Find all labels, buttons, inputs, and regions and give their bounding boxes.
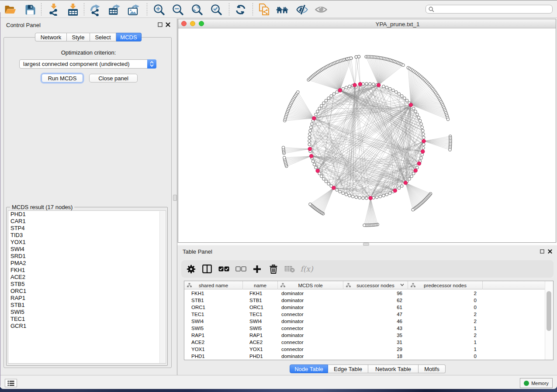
search-input[interactable] — [436, 6, 552, 13]
network-node[interactable] — [318, 107, 321, 110]
network-node[interactable] — [416, 166, 419, 169]
network-node[interactable] — [336, 189, 339, 192]
network-node[interactable] — [351, 195, 354, 198]
network-hub-node[interactable] — [309, 154, 313, 158]
network-canvas[interactable]: .chord{stroke:#8a8a8a;stroke-opacity:.46… — [178, 28, 556, 242]
column-header-successor-nodes[interactable]: successor nodes — [343, 281, 408, 289]
network-node[interactable] — [392, 89, 395, 92]
import-network-button[interactable] — [48, 3, 60, 16]
search-field[interactable] — [426, 5, 553, 14]
network-node[interactable] — [398, 187, 401, 190]
clone-network-button[interactable] — [259, 3, 271, 16]
network-node[interactable] — [388, 192, 391, 195]
hide-selected-button[interactable] — [296, 3, 308, 16]
network-node[interactable] — [308, 140, 311, 143]
network-hub-node[interactable] — [316, 169, 320, 173]
select-all-button[interactable] — [218, 263, 229, 275]
mcds-result-item[interactable]: RAP1 — [8, 295, 166, 302]
network-node[interactable] — [345, 86, 348, 89]
table-row[interactable]: YOX1YOX1connector291 — [184, 346, 553, 353]
network-node[interactable] — [408, 178, 411, 181]
network-node[interactable] — [355, 55, 358, 58]
mcds-result-item[interactable]: STB5 — [8, 281, 166, 288]
network-hub-node[interactable] — [414, 168, 418, 172]
network-node[interactable] — [348, 194, 351, 197]
tab-node-table[interactable]: Node Table — [290, 364, 328, 373]
mcds-list-scrollbar[interactable] — [159, 211, 165, 364]
network-node[interactable] — [332, 93, 336, 96]
network-hub-node[interactable] — [332, 186, 336, 190]
network-hub-node[interactable] — [358, 83, 362, 86]
close-panel-icon[interactable] — [165, 22, 171, 28]
network-node[interactable] — [375, 196, 378, 199]
refresh-button[interactable] — [235, 3, 247, 16]
table-row[interactable]: ORC1ORC1dominator610 — [184, 304, 553, 311]
column-settings-button[interactable] — [185, 263, 197, 275]
tab-mcds[interactable]: MCDS — [116, 33, 142, 41]
network-node[interactable] — [358, 196, 361, 199]
network-node[interactable] — [422, 136, 425, 139]
network-node[interactable] — [349, 57, 353, 60]
optimization-criterion-select[interactable]: largest connected component (undirected) — [19, 59, 156, 69]
network-node[interactable] — [313, 163, 316, 166]
network-node[interactable] — [311, 123, 314, 126]
memory-button[interactable]: Memory — [520, 378, 553, 388]
network-node[interactable] — [412, 208, 415, 211]
network-hub-node[interactable] — [369, 196, 373, 200]
show-all-button[interactable] — [276, 3, 288, 16]
network-hub-node[interactable] — [421, 150, 425, 154]
zoom-in-button[interactable] — [153, 3, 165, 16]
open-file-button[interactable] — [4, 3, 16, 16]
network-node[interactable] — [446, 118, 450, 121]
network-node[interactable] — [422, 143, 425, 146]
close-panel-button[interactable]: Close panel — [89, 74, 138, 83]
network-node[interactable] — [421, 126, 424, 129]
table-row[interactable]: SWI5SWI5connector431 — [184, 325, 553, 332]
network-node[interactable] — [410, 175, 413, 178]
network-node[interactable] — [412, 107, 415, 110]
network-node[interactable] — [385, 193, 388, 196]
network-node[interactable] — [419, 119, 422, 122]
run-mcds-button[interactable]: Run MCDS — [42, 74, 83, 83]
table-scrollbar-thumb[interactable] — [547, 291, 551, 331]
network-node[interactable] — [398, 93, 401, 96]
network-hub-node[interactable] — [308, 147, 312, 151]
table-row[interactable]: PHD1PHD1dominator180 — [184, 353, 553, 360]
deselect-all-button[interactable] — [235, 263, 246, 275]
network-node[interactable] — [417, 116, 420, 119]
network-hub-node[interactable] — [338, 89, 342, 93]
zoom-fit-button[interactable] — [191, 3, 203, 16]
network-node[interactable] — [308, 133, 311, 136]
network-node[interactable] — [400, 95, 403, 98]
network-node[interactable] — [316, 110, 319, 113]
function-builder-button[interactable]: f(x) — [301, 263, 312, 275]
network-hub-node[interactable] — [377, 83, 381, 87]
network-node[interactable] — [422, 133, 425, 136]
mcds-result-item[interactable]: PHD1 — [8, 211, 166, 218]
mcds-result-item[interactable]: STP4 — [8, 225, 166, 232]
tab-network[interactable]: Network — [35, 33, 67, 41]
mcds-result-item[interactable]: CAR1 — [8, 218, 166, 225]
mcds-result-item[interactable]: FKH1 — [8, 267, 166, 274]
network-node[interactable] — [283, 156, 286, 159]
network-node[interactable] — [416, 113, 419, 116]
network-node[interactable] — [322, 178, 325, 181]
show-selected-button[interactable] — [315, 3, 327, 16]
network-node[interactable] — [339, 190, 342, 193]
mcds-result-list[interactable]: PHD1CAR1STP4TID3YOX1SWI4SRD1PMA2FKH1ACE2… — [8, 210, 166, 364]
column-header-name[interactable]: name — [243, 281, 278, 289]
close-panel-icon[interactable] — [547, 249, 553, 254]
network-node[interactable] — [315, 166, 318, 169]
network-node[interactable] — [327, 97, 330, 100]
network-node[interactable] — [325, 180, 328, 183]
close-window-icon[interactable] — [181, 21, 187, 26]
network-node[interactable] — [420, 157, 423, 160]
mcds-result-item[interactable]: TEC1 — [8, 316, 166, 323]
network-node[interactable] — [342, 192, 345, 195]
network-node[interactable] — [345, 193, 348, 196]
tab-edge-table[interactable]: Edge Table — [328, 364, 368, 373]
network-node[interactable] — [405, 99, 408, 102]
column-header-predecessor-nodes[interactable]: predecessor nodes — [408, 281, 483, 289]
network-node[interactable] — [309, 203, 312, 206]
network-node[interactable] — [310, 126, 313, 129]
